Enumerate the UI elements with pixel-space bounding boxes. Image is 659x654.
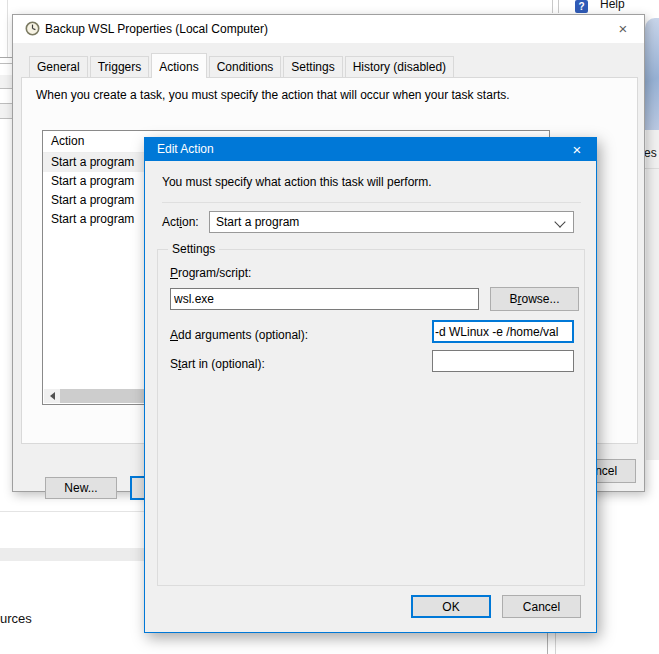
background-text-fragment: es [644,146,657,160]
action-type-value: Start a program [216,215,299,229]
background-scrollbar-line [555,633,556,654]
background-row-line [0,88,12,89]
properties-titlebar[interactable]: Backup WSL Properties (Local Computer) × [13,15,644,43]
background-panel-strip [646,130,659,460]
edit-action-titlebar[interactable]: Edit Action × [145,138,596,161]
actions-intro-text: When you create a task, you must specify… [36,88,616,102]
tab-history[interactable]: History (disabled) [345,56,454,77]
add-arguments-input[interactable] [432,320,574,343]
background-row-line [0,57,12,58]
background-row-band [0,103,12,118]
background-row-line [0,118,12,119]
scroll-left-icon [50,392,55,400]
start-in-input[interactable] [432,350,574,372]
background-decoration [645,18,659,130]
help-icon[interactable]: ? [575,0,588,13]
tab-general[interactable]: General [29,56,88,77]
help-menu-label[interactable]: Help [600,0,625,11]
program-script-label: Program/script: [170,266,251,280]
background-row-band [0,75,12,88]
program-script-input[interactable] [170,288,479,310]
action-type-dropdown[interactable]: Start a program [209,211,574,233]
tab-actions[interactable]: Actions [151,53,206,78]
background-divider [7,0,8,57]
settings-group: Settings Program/script: Browse... Add a… [157,249,585,586]
background-scrollbar-line [547,633,548,654]
tab-conditions[interactable]: Conditions [209,56,282,77]
edit-action-instruction: You must specify what action this task w… [162,175,432,189]
task-clock-icon [25,21,40,36]
cancel-button[interactable]: Cancel [502,595,581,618]
new-action-button[interactable]: New... [45,477,117,499]
separator-line [162,202,581,203]
toolbar-separator [558,0,559,13]
chevron-down-icon [554,216,565,227]
dialog-title: Edit Action [157,142,214,156]
tab-triggers[interactable]: Triggers [90,56,150,77]
action-label: Action: [162,215,199,229]
close-icon[interactable]: × [608,18,638,40]
background-row-line [0,103,12,104]
edit-action-dialog: Edit Action × You must specify what acti… [144,137,597,633]
toolbar-separator [552,0,553,13]
close-icon[interactable]: × [562,138,592,161]
settings-group-label: Settings [168,242,219,256]
background-row-band [0,548,144,561]
tab-strip: General Triggers Actions Conditions Sett… [29,56,456,77]
ok-button[interactable]: OK [411,595,491,618]
background-toolbar: ? Help [0,0,659,14]
add-arguments-label: Add arguments (optional): [170,328,308,342]
browse-button[interactable]: Browse... [490,287,579,311]
start-in-label: Start in (optional): [170,357,265,371]
background-row-line [0,511,144,512]
tab-settings[interactable]: Settings [283,56,342,77]
background-text-fragment: urces [0,611,32,626]
background-row-line [0,63,12,64]
dialog-title: Backup WSL Properties (Local Computer) [45,22,268,36]
scroll-left-button[interactable] [44,389,60,403]
